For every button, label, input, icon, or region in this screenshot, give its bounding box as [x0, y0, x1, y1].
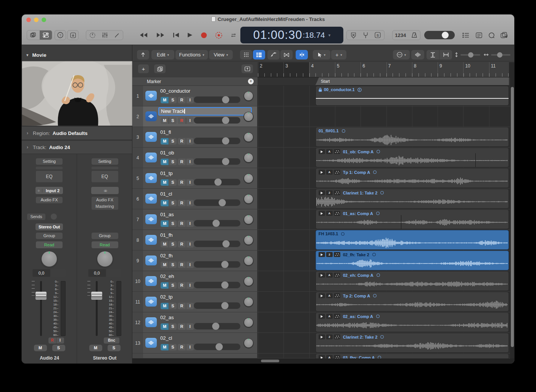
- duplicate-track-button[interactable]: [154, 64, 166, 73]
- input-monitor-button[interactable]: I: [186, 117, 194, 124]
- volume-thumb[interactable]: [219, 199, 226, 206]
- input-monitor-button[interactable]: I: [186, 97, 194, 103]
- fader-track[interactable]: [96, 281, 98, 336]
- download-content-button[interactable]: [67, 30, 79, 40]
- flex-takes-icon[interactable]: [334, 149, 340, 154]
- track-volume-slider[interactable]: [194, 323, 240, 329]
- comp-badge[interactable]: 2: [326, 252, 333, 257]
- volume-thumb[interactable]: [221, 261, 229, 268]
- comp-badge[interactable]: 2: [326, 190, 333, 195]
- input-monitor-button[interactable]: I: [186, 220, 194, 227]
- comp-badge[interactable]: A: [326, 149, 333, 154]
- lcd-chevron-icon[interactable]: ▾: [328, 33, 331, 38]
- region-inspector-row[interactable]: › Region: Audio Defaults: [22, 126, 132, 140]
- flex-button[interactable]: [280, 50, 293, 59]
- movie-video-thumbnail[interactable]: [22, 61, 132, 126]
- track-header[interactable]: 01_obMSRI: [143, 148, 258, 168]
- take-disclosure-button[interactable]: [319, 190, 325, 195]
- audio-track-icon[interactable]: [145, 173, 157, 183]
- solo-mode-button[interactable]: S: [375, 32, 381, 38]
- region-loop-icon[interactable]: [377, 150, 380, 153]
- solo-button[interactable]: S: [169, 241, 177, 247]
- region-name[interactable]: Clarinet 2: Take 2: [343, 335, 377, 339]
- volume-thumb[interactable]: [222, 137, 229, 145]
- region-name[interactable]: FH 1#03.1: [319, 231, 338, 236]
- master-volume-slider[interactable]: [424, 31, 455, 39]
- track-volume-slider[interactable]: [194, 117, 240, 124]
- take-folder-region[interactable]: A01_as: Comp A: [315, 209, 509, 229]
- horizontal-scrollbar-thumb[interactable]: [261, 360, 279, 362]
- track-name[interactable]: 02_eh: [160, 273, 174, 279]
- input-monitor-button[interactable]: I: [186, 282, 194, 289]
- take-disclosure-button[interactable]: [319, 170, 325, 175]
- region-loop-icon[interactable]: [372, 253, 376, 256]
- mute-button[interactable]: M: [161, 117, 169, 124]
- vertical-scrollbar-thumb[interactable]: [511, 87, 514, 347]
- track-lane[interactable]: A03_fhs: Comp A: [258, 353, 510, 358]
- track-header[interactable]: 02_tpMSRI: [143, 292, 258, 312]
- go-to-beginning-button[interactable]: [173, 32, 179, 38]
- track-pan-knob[interactable]: [243, 112, 254, 122]
- region-loop-icon[interactable]: [373, 294, 377, 297]
- input-monitor-button[interactable]: I: [56, 337, 64, 344]
- record-enable-button[interactable]: R: [178, 138, 186, 145]
- audio-track-icon[interactable]: [145, 194, 157, 204]
- comp-badge[interactable]: A: [326, 314, 333, 319]
- region-name[interactable]: 01_as: Comp A: [343, 211, 373, 216]
- solo-button[interactable]: S: [169, 200, 177, 206]
- track-pan-knob[interactable]: [243, 174, 254, 184]
- track-lane[interactable]: A02_eh: Comp A: [258, 271, 510, 292]
- region-loop-icon[interactable]: [341, 232, 344, 236]
- track-name[interactable]: 01_fh: [160, 232, 173, 238]
- audio-region[interactable]: FH 1#03.1: [315, 230, 509, 250]
- catch-playhead-button[interactable]: [296, 50, 308, 59]
- take-folder-region[interactable]: A02_as: Comp A: [315, 312, 509, 332]
- mute-button[interactable]: M: [89, 345, 102, 351]
- horizontal-zoom-slider[interactable]: [491, 54, 510, 56]
- output-slot[interactable]: Stereo Out: [35, 223, 63, 230]
- comp-badge[interactable]: A: [326, 170, 333, 175]
- record-enable-button[interactable]: R: [48, 337, 56, 344]
- secondary-tool-menu[interactable]: + ▾: [331, 50, 346, 59]
- pencil-icon[interactable]: [114, 32, 120, 38]
- mute-button[interactable]: M: [161, 282, 169, 289]
- pan-knob[interactable]: [40, 251, 58, 268]
- track-volume-slider[interactable]: [194, 220, 240, 227]
- gain-value-box[interactable]: [51, 269, 66, 277]
- audio-track-icon[interactable]: [145, 338, 157, 348]
- take-disclosure-button[interactable]: [319, 355, 325, 358]
- mute-button[interactable]: M: [161, 138, 169, 145]
- volume-thumb[interactable]: [221, 302, 229, 309]
- flex-takes-icon[interactable]: [334, 211, 340, 216]
- audio-track-icon[interactable]: [145, 111, 157, 121]
- track-name[interactable]: 02_cl: [160, 335, 172, 341]
- audio-track-icon[interactable]: [145, 255, 157, 265]
- add-marker-button[interactable]: +: [248, 79, 254, 84]
- record-enable-button[interactable]: R: [178, 179, 186, 186]
- input-monitor-button[interactable]: I: [186, 159, 194, 165]
- track-name[interactable]: 01_fl: [160, 129, 171, 135]
- solo-button[interactable]: S: [169, 220, 177, 227]
- take-folder-region[interactable]: ATp 2: Comp A: [315, 292, 509, 312]
- marker-lane[interactable]: Start: [258, 77, 510, 86]
- take-folder-region[interactable]: ATp 1: Comp A: [315, 168, 509, 188]
- volume-thumb[interactable]: [221, 281, 229, 289]
- mute-button[interactable]: M: [161, 262, 169, 268]
- track-lane[interactable]: 2Clarinet 2: Take 2: [258, 333, 510, 353]
- track-pan-knob[interactable]: [243, 338, 254, 349]
- comp-badge[interactable]: A: [326, 273, 333, 278]
- capture-record-button[interactable]: [215, 32, 222, 39]
- track-volume-slider[interactable]: [194, 344, 240, 350]
- take-disclosure-button[interactable]: [319, 149, 325, 154]
- inspector-toggle-button[interactable]: [40, 31, 52, 40]
- flex-takes-icon[interactable]: [334, 355, 340, 358]
- solo-button[interactable]: S: [169, 138, 177, 145]
- track-header[interactable]: New TrackMSRI: [143, 106, 258, 127]
- mute-button[interactable]: M: [161, 344, 169, 350]
- solo-button[interactable]: S: [169, 262, 177, 268]
- track-header[interactable]: 02_clMSRI: [143, 333, 258, 353]
- flex-takes-icon[interactable]: [334, 190, 340, 195]
- send-knob[interactable]: [51, 214, 57, 220]
- region-loop-icon[interactable]: [378, 356, 381, 358]
- pan-value[interactable]: 0,0: [88, 269, 106, 277]
